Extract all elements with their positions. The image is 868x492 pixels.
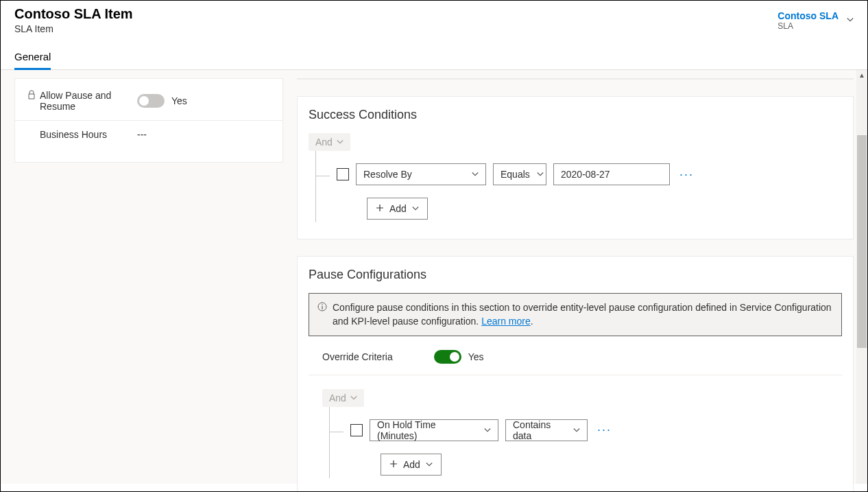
pause-logic-group: And On Hold Time (Minutes) Contains data	[322, 389, 842, 478]
chevron-down-icon[interactable]	[847, 14, 854, 25]
related-record-type: SLA	[777, 21, 839, 31]
chevron-down-icon	[426, 459, 433, 470]
svg-rect-2	[322, 306, 322, 309]
related-record-link[interactable]: Contoso SLA	[777, 10, 839, 21]
pause-info-text-wrap: Configure pause conditions in this secti…	[333, 301, 833, 329]
page-subtitle: SLA Item	[14, 23, 133, 34]
allow-pause-label: Allow Pause and Resume	[40, 90, 130, 112]
pause-condition-indent: On Hold Time (Minutes) Contains data ···	[329, 407, 842, 478]
chevron-down-icon	[472, 169, 479, 180]
allow-pause-toggle[interactable]	[137, 94, 165, 108]
side-card: Allow Pause and Resume Yes Business Hour…	[14, 78, 283, 163]
pause-info-box: Configure pause conditions in this secti…	[309, 293, 842, 336]
page-title: Contoso SLA Item	[14, 6, 133, 22]
header-right: Contoso SLA SLA	[777, 6, 854, 34]
scroll-up-icon[interactable]: ▲	[858, 71, 865, 79]
success-and-operator[interactable]: And	[309, 133, 350, 151]
svg-point-1	[322, 304, 323, 305]
collapsed-panel	[297, 78, 854, 80]
override-criteria-toggle[interactable]	[434, 350, 461, 364]
pause-add-button[interactable]: Add	[381, 454, 442, 476]
pause-add-label: Add	[403, 459, 420, 470]
success-row-more-icon[interactable]: ···	[677, 167, 697, 182]
row-allow-pause: Allow Pause and Resume Yes	[15, 82, 282, 121]
plus-icon	[389, 459, 398, 470]
related-record[interactable]: Contoso SLA SLA	[777, 10, 839, 31]
success-and-label: And	[315, 137, 333, 148]
pause-operator-value: Contains data	[513, 419, 566, 441]
success-row-checkbox[interactable]	[337, 168, 349, 180]
success-condition-row: Resolve By Equals 2020-08-27 ···	[337, 163, 842, 185]
business-hours-value[interactable]: ---	[137, 129, 270, 140]
page-header: Contoso SLA Item SLA Item Contoso SLA SL…	[1, 1, 867, 34]
pause-info-text: Configure pause conditions in this secti…	[333, 302, 832, 327]
success-condition-indent: Resolve By Equals 2020-08-27 ···	[315, 151, 842, 222]
pause-configurations-panel: Pause Configurations Configure pause con…	[297, 256, 854, 492]
chevron-down-icon	[412, 203, 419, 214]
scrollbar-thumb[interactable]	[857, 135, 867, 348]
pause-row-checkbox[interactable]	[350, 424, 363, 436]
pause-and-label: And	[329, 393, 346, 403]
pause-logic-wrap: And On Hold Time (Minutes) Contains data	[309, 389, 842, 478]
success-operator-value: Equals	[501, 169, 530, 180]
chevron-down-icon	[350, 393, 357, 403]
success-operator-select[interactable]: Equals	[493, 163, 546, 185]
lock-icon	[27, 90, 36, 102]
success-field-value: Resolve By	[363, 169, 412, 180]
success-add-label: Add	[389, 203, 407, 214]
scrollbar-track[interactable]: ▲	[856, 70, 867, 484]
business-hours-label: Business Hours	[27, 129, 130, 140]
plus-icon	[376, 203, 384, 214]
chevron-down-icon	[484, 425, 491, 436]
allow-pause-value: Yes	[171, 95, 187, 106]
pause-condition-row: On Hold Time (Minutes) Contains data ···	[350, 419, 842, 441]
main-column: Success Conditions And Resolve By Equal	[297, 78, 854, 484]
pause-field-select[interactable]: On Hold Time (Minutes)	[370, 419, 498, 441]
chevron-down-icon	[573, 425, 580, 436]
success-add-button[interactable]: Add	[367, 198, 428, 220]
pause-operator-select[interactable]: Contains data	[505, 419, 588, 441]
row-business-hours: Business Hours ---	[15, 121, 282, 148]
override-criteria-value: Yes	[468, 351, 484, 362]
success-conditions-panel: Success Conditions And Resolve By Equal	[297, 96, 854, 239]
pause-info-period: .	[531, 316, 533, 327]
form-body: Allow Pause and Resume Yes Business Hour…	[1, 70, 867, 484]
pause-and-operator[interactable]: And	[322, 389, 364, 407]
pause-field-value: On Hold Time (Minutes)	[377, 419, 477, 441]
pause-panel-title: Pause Configurations	[309, 268, 842, 282]
pause-learn-more-link[interactable]: Learn more	[481, 316, 531, 327]
success-field-select[interactable]: Resolve By	[356, 163, 486, 185]
success-value-input[interactable]: 2020-08-27	[553, 163, 670, 185]
chevron-down-icon	[537, 169, 544, 180]
tab-general[interactable]: General	[14, 47, 51, 69]
override-criteria-row: Override Criteria Yes	[309, 347, 842, 375]
tab-bar: General	[1, 47, 867, 70]
info-icon	[317, 301, 327, 329]
header-left: Contoso SLA Item SLA Item	[14, 6, 133, 34]
allow-pause-label-wrap: Allow Pause and Resume	[27, 90, 130, 112]
pause-row-more-icon[interactable]: ···	[594, 423, 614, 437]
chevron-down-icon	[337, 137, 343, 148]
success-logic-group: And Resolve By Equals	[309, 133, 842, 222]
allow-pause-value-wrap: Yes	[137, 94, 270, 108]
success-panel-title: Success Conditions	[309, 108, 842, 122]
success-value-text: 2020-08-27	[561, 169, 610, 180]
override-toggle-wrap: Yes	[434, 350, 484, 364]
override-criteria-label: Override Criteria	[322, 351, 393, 362]
